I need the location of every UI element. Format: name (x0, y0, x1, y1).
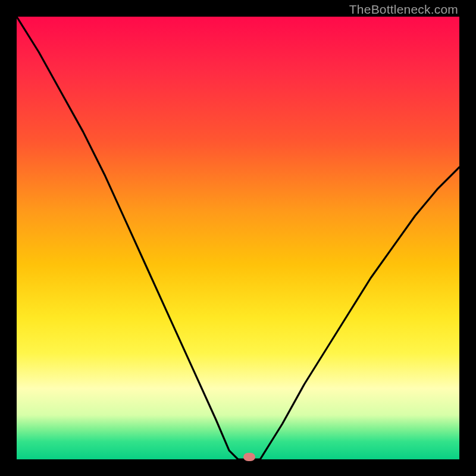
chart-frame: TheBottleneck.com (0, 0, 476, 476)
bottleneck-curve (17, 17, 459, 459)
plot-area (17, 17, 459, 459)
optimum-marker (243, 453, 255, 461)
watermark-text: TheBottleneck.com (349, 2, 458, 17)
